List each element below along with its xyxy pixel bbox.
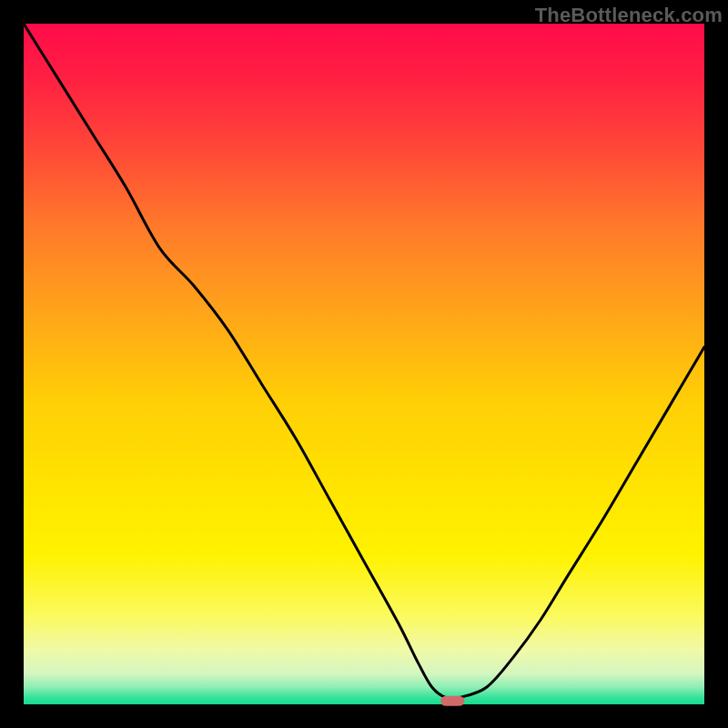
optimum-marker [440,696,464,706]
bottleneck-chart [0,0,728,728]
chart-container: TheBottleneck.com [0,0,728,728]
plot-background [24,24,704,704]
watermark-text: TheBottleneck.com [535,4,723,27]
